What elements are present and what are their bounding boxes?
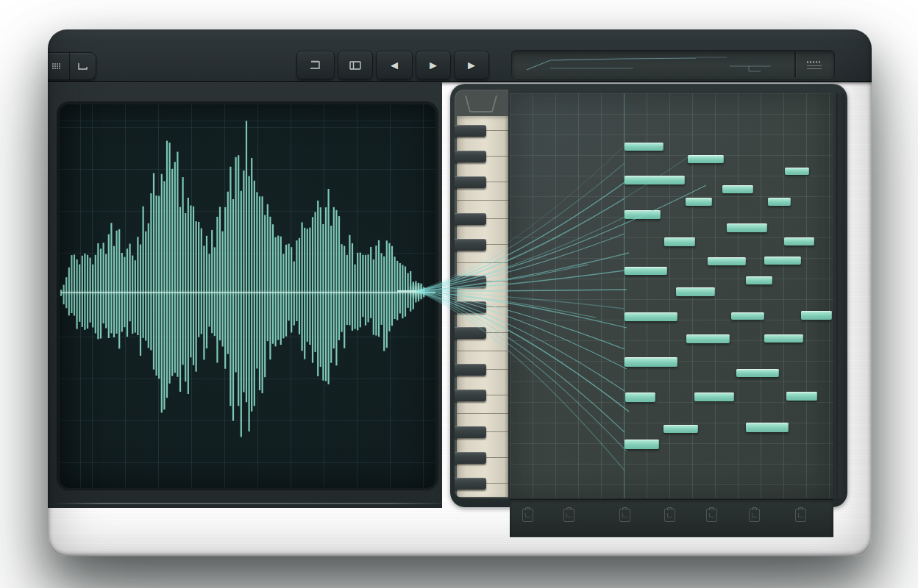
piano-keyboard	[455, 90, 508, 498]
status-bar	[510, 499, 833, 537]
midi-note[interactable]	[625, 440, 659, 449]
waveform-panel	[48, 82, 442, 508]
midi-note[interactable]	[663, 425, 698, 433]
timeline-preview-doodles	[512, 51, 791, 77]
keyboard-handle-icon	[463, 93, 499, 115]
midi-note[interactable]	[688, 155, 724, 163]
white-key-separator	[457, 413, 508, 414]
corner-bracket-button[interactable]	[69, 53, 96, 79]
midi-note[interactable]	[722, 185, 753, 193]
midi-note[interactable]	[686, 334, 730, 343]
toolbar: ◀ ▶ ▶	[48, 29, 872, 82]
panel-layout-button[interactable]	[338, 51, 373, 79]
white-key-separator	[457, 200, 508, 201]
midi-note[interactable]	[786, 392, 817, 401]
midi-note[interactable]	[764, 257, 801, 265]
grid-dots-button[interactable]	[48, 53, 69, 79]
panel-layout-icon	[347, 58, 363, 73]
black-key[interactable]	[455, 478, 486, 490]
black-key[interactable]	[455, 276, 486, 287]
step-back-icon: ◀	[391, 60, 398, 70]
midi-note[interactable]	[625, 210, 661, 219]
black-key[interactable]	[455, 239, 486, 251]
corner-bracket-icon	[75, 60, 90, 73]
status-slot-icon[interactable]	[619, 509, 630, 522]
black-key[interactable]	[455, 176, 486, 188]
waveform-display[interactable]	[57, 102, 438, 490]
white-key-separator	[457, 351, 508, 351]
grid-accent-line	[624, 93, 625, 498]
midi-note[interactable]	[625, 143, 663, 151]
scrub-bar-divider	[794, 52, 796, 77]
grid-dots-icon	[49, 60, 63, 73]
black-key[interactable]	[455, 364, 486, 376]
timeline-scrub-bar[interactable]	[511, 50, 835, 79]
frame-highlight-line	[54, 503, 451, 504]
midi-note[interactable]	[708, 257, 746, 265]
play-button[interactable]: ▶	[454, 51, 489, 79]
step-forward-button[interactable]: ▶	[416, 51, 451, 79]
step-forward-icon: ▶	[430, 60, 437, 70]
status-slot-icon[interactable]	[749, 509, 760, 522]
app-canvas: ◀ ▶ ▶	[0, 0, 918, 588]
selection-region-button[interactable]	[296, 51, 335, 79]
status-slot-icon[interactable]	[664, 509, 675, 522]
midi-note[interactable]	[664, 237, 695, 246]
waveform-graphic	[60, 104, 435, 488]
black-key[interactable]	[455, 151, 486, 162]
piano-roll-panel	[450, 84, 847, 507]
toolbar-left-group	[48, 52, 96, 80]
midi-note[interactable]	[785, 168, 809, 175]
midi-note[interactable]	[625, 176, 685, 184]
selection-region-icon	[307, 58, 324, 73]
status-slot-icon[interactable]	[706, 509, 717, 522]
midi-note[interactable]	[625, 267, 667, 275]
midi-note[interactable]	[746, 423, 789, 432]
play-icon: ▶	[468, 60, 475, 70]
note-grid[interactable]	[510, 93, 833, 498]
midi-note[interactable]	[768, 198, 791, 206]
midi-note[interactable]	[784, 237, 814, 245]
black-key[interactable]	[455, 390, 486, 401]
timeline-settings-icon[interactable]	[800, 55, 828, 74]
black-key[interactable]	[455, 426, 486, 438]
black-key[interactable]	[455, 452, 486, 464]
status-slot-icon[interactable]	[563, 509, 574, 522]
plugin-window: ◀ ▶ ▶	[48, 29, 872, 556]
midi-note[interactable]	[686, 198, 712, 206]
midi-note[interactable]	[625, 312, 677, 321]
midi-note[interactable]	[801, 311, 832, 320]
status-slot-icon[interactable]	[522, 509, 533, 522]
midi-note[interactable]	[727, 223, 767, 232]
status-slot-icon[interactable]	[795, 509, 806, 522]
black-key[interactable]	[455, 327, 486, 339]
midi-note[interactable]	[625, 357, 677, 367]
white-key-separator	[457, 262, 508, 263]
black-key[interactable]	[455, 213, 486, 225]
midi-note[interactable]	[694, 392, 734, 401]
midi-note[interactable]	[764, 334, 803, 343]
step-back-button[interactable]: ◀	[376, 51, 413, 79]
midi-note[interactable]	[731, 312, 764, 320]
midi-note[interactable]	[746, 276, 772, 284]
midi-note[interactable]	[676, 287, 715, 296]
panel-right-bezel	[835, 93, 845, 498]
black-key[interactable]	[455, 125, 486, 137]
black-key[interactable]	[455, 301, 486, 313]
midi-note[interactable]	[625, 392, 655, 402]
midi-note[interactable]	[736, 369, 779, 377]
